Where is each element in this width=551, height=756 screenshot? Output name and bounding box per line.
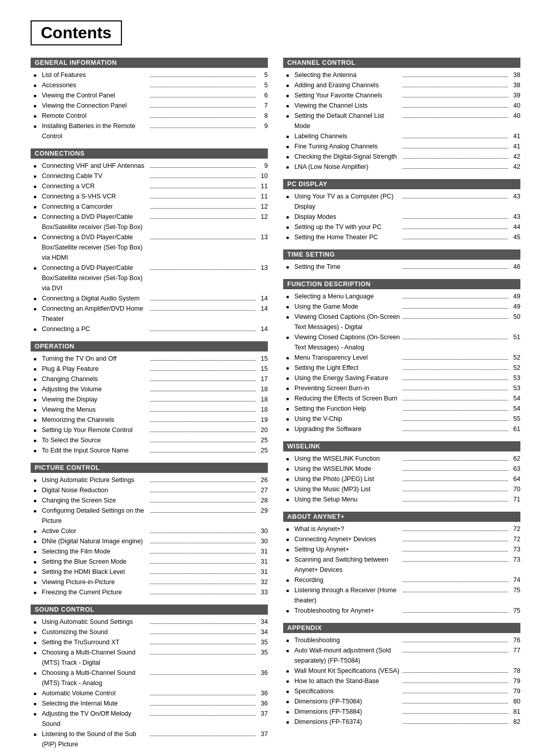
toc-dots (150, 370, 256, 371)
toc-dots (150, 198, 256, 198)
toc-item: ■Selecting a Menu Language49 (283, 291, 520, 301)
toc-item: ■Display Modes43 (283, 212, 520, 222)
toc-dots (403, 117, 509, 118)
toc-item: ■Automatic Volume Control36 (31, 688, 268, 698)
toc-item: ■Connecting a DVD Player/Cable Box/Satel… (31, 232, 268, 263)
toc-item: ■Selecting the Internal Mute36 (31, 698, 268, 709)
toc-dots (403, 652, 509, 652)
toc-item-label: Choosing a Multi-Channel Sound (MTS) Tra… (42, 647, 148, 668)
toc-dots (150, 178, 256, 178)
toc-dots (403, 218, 509, 219)
toc-item: ■Adjusting the Volume18 (31, 384, 268, 394)
toc-dots (403, 501, 509, 501)
toc-item-label: Using the Energy Saving Feature (294, 373, 400, 383)
toc-item-label: Listening to the Sound of the Sub (PIP) … (42, 729, 148, 749)
bullet-icon: ■ (286, 193, 292, 200)
toc-page-number: 33 (258, 587, 268, 597)
toc-item-label: Adjusting the Volume (42, 384, 148, 394)
toc-page-number: 13 (258, 263, 268, 273)
bullet-icon: ■ (286, 224, 292, 231)
toc-dots (403, 107, 509, 108)
toc-item-label: To Edit the Input Source Name (42, 445, 148, 456)
bullet-icon: ■ (34, 528, 40, 535)
toc-dots (403, 672, 509, 673)
bullet-icon: ■ (286, 536, 292, 543)
toc-dots (150, 492, 256, 492)
toc-item: ■Viewing the Control Panel6 (31, 90, 268, 100)
toc-dots (150, 644, 256, 644)
toc-dots (403, 551, 509, 551)
toc-page-number: 46 (510, 262, 520, 272)
toc-page-number: 5 (258, 80, 268, 90)
toc-page-number: 76 (510, 635, 520, 645)
toc-page-number: 54 (510, 404, 520, 414)
toc-item: ■Accessories5 (31, 80, 268, 90)
toc-item-label: DNIe (Digital Natural Image engine) (42, 536, 148, 546)
toc-item: ■Connecting Anynet+ Devices72 (283, 534, 520, 544)
toc-page-number: 75 (510, 606, 520, 616)
toc-item: ■Listening to the Sound of the Sub (PIP)… (31, 729, 268, 749)
toc-dots (150, 360, 256, 361)
bullet-icon: ■ (34, 487, 40, 494)
toc-item: ■Viewing the Display18 (31, 394, 268, 405)
bullet-icon: ■ (286, 334, 292, 341)
bullet-icon: ■ (286, 304, 292, 311)
toc-item-label: Viewing the Channel Lists (294, 100, 400, 111)
toc-dots (403, 168, 509, 169)
toc-item-label: Choosing a Multi-Channel Sound (MTS) Tra… (42, 668, 148, 688)
toc-item: ■Checking the Digital-Signal Strength42 (283, 152, 520, 162)
bullet-icon: ■ (34, 113, 40, 120)
toc-page-number: 30 (258, 526, 268, 536)
toc-item-label: Upgrading the Software (294, 424, 400, 434)
toc-page-number: 18 (258, 394, 268, 405)
toc-item-label: Dimensions (FP-T5884) (294, 707, 400, 717)
toc-page-number: 41 (510, 141, 520, 152)
toc-item-label: How to attach the Stand-Base (294, 676, 400, 686)
toc-page-number: 52 (510, 363, 520, 373)
bullet-icon: ■ (286, 678, 292, 685)
bullet-icon: ■ (286, 264, 292, 271)
toc-page-number: 62 (510, 453, 520, 464)
toc-item: ■Using the WISELINK Function62 (283, 453, 520, 464)
toc-page-number: 40 (510, 100, 520, 111)
bullet-icon: ■ (286, 293, 292, 300)
toc-item-label: Connecting Cable TV (42, 171, 148, 181)
toc-dots (403, 481, 509, 481)
toc-item: ■Setting the HDMI Black Level31 (31, 567, 268, 577)
toc-page-number: 73 (510, 555, 520, 565)
toc-item: ■Connecting Cable TV10 (31, 171, 268, 181)
bullet-icon: ■ (286, 668, 292, 675)
toc-dots (403, 431, 509, 431)
toc-item: ■Plug & Play Feature15 (31, 364, 268, 374)
toc-dots (403, 612, 509, 613)
toc-item: ■Viewing Picture-in-Picture32 (31, 577, 268, 587)
toc-item-label: Connecting a PC (42, 324, 148, 334)
toc-dots (150, 310, 256, 311)
toc-dots (403, 683, 509, 683)
bullet-icon: ■ (286, 314, 292, 321)
bullet-icon: ■ (34, 82, 40, 89)
toc-dots (150, 411, 256, 412)
bullet-icon: ■ (286, 416, 292, 423)
bullet-icon: ■ (286, 375, 292, 382)
bullet-icon: ■ (286, 426, 292, 433)
toc-page-number: 12 (258, 212, 268, 222)
toc-item-label: Reducing the Effects of Screen Burn (294, 393, 400, 404)
toc-page-number: 17 (258, 374, 268, 384)
toc-item-label: Setting the Function Help (294, 404, 400, 414)
toc-page-number: 29 (258, 506, 268, 516)
toc-page-number: 19 (258, 415, 268, 425)
toc-section: FUNCTION DESCRIPTION■Selecting a Menu La… (283, 279, 520, 434)
bullet-icon: ■ (34, 670, 40, 677)
toc-item: ■Memorizing the Channels19 (31, 415, 268, 425)
toc-dots (150, 705, 256, 705)
toc-page-number: 42 (510, 152, 520, 162)
bullet-icon: ■ (34, 437, 40, 444)
toc-item-label: Selecting the Film Mode (42, 546, 148, 557)
toc-section: GENERAL INFORMATION■List of Features5■Ac… (31, 58, 268, 141)
toc-page-number: 43 (510, 191, 520, 201)
bullet-icon: ■ (34, 649, 40, 657)
toc-page-number: 39 (510, 90, 520, 100)
toc-dots (150, 300, 256, 300)
toc-dots (403, 339, 509, 339)
